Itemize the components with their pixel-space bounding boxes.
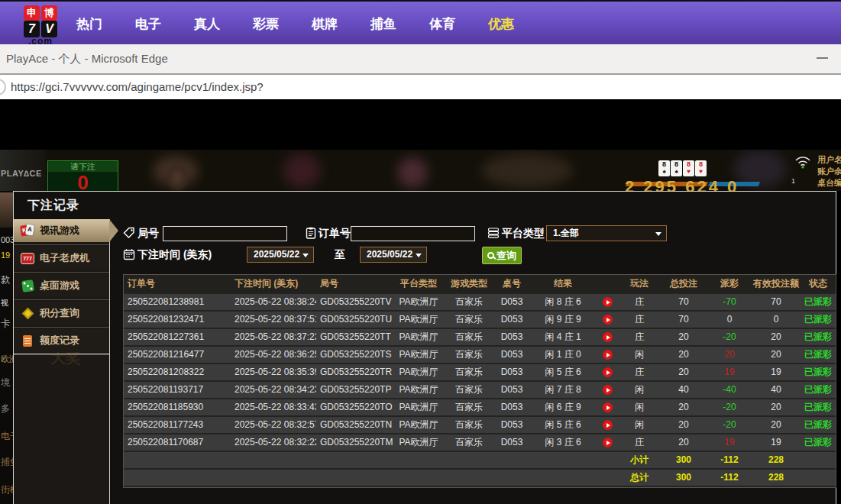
cell-total-bet: 70 <box>660 312 707 328</box>
playing-card: 8♠ <box>671 160 682 176</box>
cell-status: 已派彩 <box>801 364 836 380</box>
nav-item-1[interactable]: 热门 <box>76 15 102 33</box>
summary-payout: -112 <box>707 470 752 486</box>
table-header-row: 订单号下注时间 (美东)局号平台类型游戏类型桌号结果玩法总投注派彩有效投注额状态 <box>124 275 836 294</box>
cell-status: 已派彩 <box>801 294 836 310</box>
cell-round-no: GD053255220TO <box>316 399 393 415</box>
cell-empty <box>393 452 445 468</box>
cell-empty <box>445 452 493 468</box>
date-from-select[interactable]: 2025/05/22 <box>247 247 314 263</box>
playing-card: 8♥ <box>683 160 694 176</box>
cell-replay <box>596 347 619 363</box>
minimize-icon[interactable] <box>817 57 830 60</box>
cell-order-no: 250522081216477 <box>124 347 231 363</box>
summary-label: 小计 <box>619 452 660 468</box>
cell-status: 已派彩 <box>801 399 836 415</box>
cell-empty <box>801 470 836 486</box>
cell-status: 已派彩 <box>801 435 836 451</box>
table-row: 2505220812389812025-05-22 08:38:24GD0532… <box>124 294 836 312</box>
summary-payout: -112 <box>707 452 752 468</box>
diamond-icon <box>20 309 35 318</box>
sidebar-item-label: 视讯游戏 <box>40 224 79 237</box>
bet-record-panel: 下注记录 大奖 KA视讯游戏777电子老虎机桌面游戏积分查询额度记录 局号 订单… <box>13 191 836 504</box>
sidebar-border <box>109 219 110 504</box>
cell-empty <box>596 452 619 468</box>
cell-table-no: D053 <box>493 382 530 398</box>
platform-select[interactable]: 1.全部 <box>546 225 667 241</box>
nav-item-8[interactable]: 优惠 <box>488 15 514 33</box>
cell-table-no: D053 <box>493 417 530 433</box>
replay-button[interactable] <box>603 350 613 360</box>
replay-button[interactable] <box>603 332 613 342</box>
site-logo[interactable]: 申 博 7 V .com <box>14 5 67 46</box>
cell-order-no: 250522081177243 <box>124 417 231 433</box>
col-header: 局号 <box>316 275 393 292</box>
sidebar-item-2[interactable]: 777电子老虎机 <box>14 247 109 270</box>
background-text-fragment: 捕鱼王 <box>1 456 13 469</box>
replay-button[interactable] <box>603 367 613 377</box>
platform-select-value: 1.全部 <box>553 228 579 238</box>
sidebar-item-label: 电子老虎机 <box>40 251 89 265</box>
cell-result: 闲 4 庄 1 <box>530 329 596 345</box>
col-header: 状态 <box>801 275 836 292</box>
cell-table-no: D053 <box>493 329 530 345</box>
sidebar-item-1[interactable]: KA视讯游戏 <box>14 219 109 242</box>
logo-char-2: 博 <box>41 5 57 21</box>
background-text-fragment: 电子游戏 <box>1 430 13 443</box>
nav-item-3[interactable]: 真人 <box>194 15 220 33</box>
col-header: 有效投注额 <box>752 275 801 292</box>
cell-order-no: 250522081170687 <box>124 435 231 451</box>
cell-payout: -20 <box>707 417 752 433</box>
nav-item-6[interactable]: 捕鱼 <box>370 15 396 33</box>
cell-empty <box>124 452 231 468</box>
col-header: 派彩 <box>707 275 752 292</box>
sidebar-item-4[interactable]: 积分查询 <box>14 302 109 325</box>
nav-item-7[interactable]: 体育 <box>429 15 455 33</box>
sidebar-item-5[interactable]: 额度记录 <box>14 329 109 352</box>
replay-button[interactable] <box>603 385 613 395</box>
background-text-fragment: 街机电玩 <box>1 483 13 496</box>
replay-button[interactable] <box>603 438 613 447</box>
cell-bet-type: 闲 <box>619 417 660 433</box>
nav-item-4[interactable]: 彩票 <box>253 15 279 33</box>
cell-round-no: GD053255220TV <box>316 294 393 310</box>
replay-button[interactable] <box>603 402 613 412</box>
cell-table-no: D053 <box>493 312 530 328</box>
cell-table-no: D053 <box>493 435 530 451</box>
background-text-fragment: 卡 <box>1 317 11 331</box>
cell-empty <box>316 452 393 468</box>
cell-game-type: 百家乐 <box>445 312 493 328</box>
col-header: 总投注 <box>660 275 707 292</box>
replay-button[interactable] <box>603 420 613 430</box>
table-row: 2505220812164772025-05-22 08:36:25GD0532… <box>124 347 836 364</box>
nav-item-2[interactable]: 电子 <box>135 15 161 33</box>
col-header: 平台类型 <box>393 275 445 292</box>
search-icon <box>487 252 494 259</box>
round-no-input[interactable] <box>163 226 287 241</box>
date-to-select[interactable]: 2025/05/22 <box>360 247 427 263</box>
cell-game-type: 百家乐 <box>445 399 493 415</box>
cell-platform: PA欧洲厅 <box>393 399 445 415</box>
cell-replay <box>596 435 619 451</box>
bet-prompt-label: 请下注 <box>48 161 118 172</box>
live-game-strip: PLAY∆CE 请下注 0 8♠8♠8♥8♥ 2 295 624 0 1 用户名… <box>0 150 841 191</box>
sidebar-item-3[interactable]: 桌面游戏 <box>14 274 109 297</box>
replay-button[interactable] <box>603 297 613 307</box>
cell-payout: 19 <box>707 435 752 451</box>
cards-icon: KA <box>20 225 35 237</box>
col-header: 游戏类型 <box>445 275 493 292</box>
col-header: 桌号 <box>493 275 530 292</box>
background-text-fragment: 欧洲 <box>1 354 13 365</box>
browser-urlbar[interactable]: https://gci.7vvvvvv.com/agingame/pcv1/in… <box>0 73 841 99</box>
account-info-label: 账户余额: <box>817 166 841 177</box>
nav-item-5[interactable]: 棋牌 <box>312 15 338 33</box>
bet-records-table: 订单号下注时间 (美东)局号平台类型游戏类型桌号结果玩法总投注派彩有效投注额状态… <box>123 274 836 488</box>
background-text-fragment: 款 <box>1 273 10 286</box>
search-button[interactable]: 查询 <box>482 247 522 264</box>
order-no-input[interactable] <box>351 226 475 241</box>
replay-button[interactable] <box>603 315 613 325</box>
cell-result: 闲 6 庄 9 <box>530 399 596 415</box>
cell-bet-type: 闲 <box>619 399 660 415</box>
cell-replay <box>596 364 619 380</box>
page-background <box>0 99 841 150</box>
